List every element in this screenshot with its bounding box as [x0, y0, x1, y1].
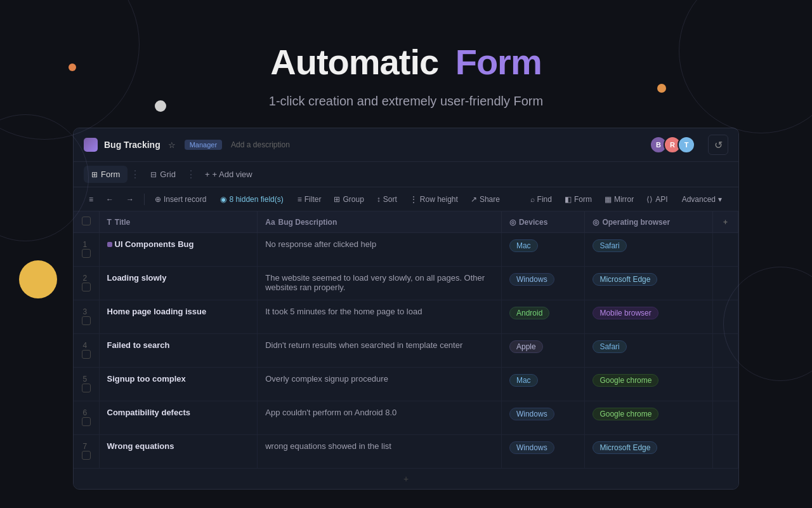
- row-browser: Safari: [585, 233, 713, 267]
- row-checkbox-cell[interactable]: 7: [74, 435, 99, 469]
- table-header-row: TTitle AaBug Description ◎Devices ◎Opera…: [74, 211, 738, 233]
- group-icon: ⊞: [334, 195, 340, 204]
- browser-tag: Safari: [593, 340, 626, 353]
- header-checkbox[interactable]: [82, 217, 91, 225]
- row-checkbox[interactable]: [82, 350, 91, 359]
- device-tag: Mac: [509, 239, 538, 252]
- hero-title-word2: Form: [455, 42, 542, 82]
- row-browser: Mobile browser: [585, 300, 713, 334]
- hero-title: Automatic Form: [0, 41, 812, 83]
- api-button[interactable]: ⟨⟩ API: [641, 192, 672, 206]
- data-table-wrapper: TTitle AaBug Description ◎Devices ◎Opera…: [74, 211, 738, 489]
- add-description-label[interactable]: Add a description: [231, 140, 290, 149]
- form-tool-button[interactable]: ◧ Form: [560, 192, 597, 206]
- redo-button[interactable]: →: [121, 192, 139, 206]
- eye-icon: ◉: [220, 195, 226, 204]
- hidden-fields-button[interactable]: ◉ 8 hidden field(s): [214, 192, 289, 206]
- add-column-button[interactable]: +: [713, 211, 738, 233]
- row-browser: Safari: [585, 334, 713, 368]
- form-tab-icon: ⊞: [91, 170, 98, 179]
- hero-title-word1: Automatic: [270, 42, 438, 82]
- row-checkbox-cell[interactable]: 1: [74, 233, 99, 267]
- row-checkbox[interactable]: [82, 249, 91, 258]
- nav-button[interactable]: ≡: [84, 192, 98, 206]
- toolbar-sep-1: [144, 194, 145, 205]
- add-view-button[interactable]: + + Add view: [199, 166, 259, 183]
- row-checkbox[interactable]: [82, 384, 91, 392]
- row-browser: Microsoft Edge: [585, 435, 713, 469]
- filter-icon: ≡: [298, 195, 302, 204]
- filter-button[interactable]: ≡ Filter: [292, 192, 327, 206]
- col-description: AaBug Description: [258, 211, 502, 233]
- device-tag: Windows: [509, 408, 554, 420]
- row-checkbox-cell[interactable]: 4: [74, 334, 99, 368]
- row-checkbox[interactable]: [82, 283, 91, 291]
- add-row-button[interactable]: +: [74, 469, 738, 489]
- row-height-icon: ⋮: [410, 195, 417, 204]
- device-tag: Mac: [509, 374, 538, 387]
- row-device: Mac: [501, 368, 584, 401]
- row-checkbox[interactable]: [82, 451, 91, 460]
- project-icon: [84, 138, 98, 152]
- row-description: Didn't return results when searched in t…: [258, 334, 502, 368]
- toolbar: ≡ ← → ⊕ Insert record ◉ 8 hidden field(s…: [74, 187, 738, 211]
- row-device: Mac: [501, 233, 584, 267]
- mirror-icon: ▦: [605, 195, 612, 204]
- device-tag: Windows: [509, 273, 554, 286]
- tab-separator-2: ⋮: [185, 168, 197, 180]
- add-view-icon: +: [205, 170, 210, 179]
- row-height-button[interactable]: ⋮ Row height: [405, 192, 463, 206]
- row-checkbox-cell[interactable]: 6: [74, 401, 99, 435]
- manager-badge: Manager: [185, 140, 222, 150]
- share-button[interactable]: ↗ Share: [466, 192, 505, 206]
- col-devices: ◎Devices: [501, 211, 584, 233]
- undo-button[interactable]: ←: [101, 192, 119, 206]
- col-checkbox[interactable]: [74, 211, 99, 233]
- browser-tag: Safari: [593, 239, 626, 252]
- browser-tag: Google chrome: [593, 408, 658, 420]
- row-title: Home page loading issue: [99, 300, 258, 334]
- table-row: 5 Signup too complex Overly complex sign…: [74, 368, 738, 401]
- row-checkbox-cell[interactable]: 2: [74, 267, 99, 300]
- row-extra: [713, 300, 738, 334]
- row-title: Wrong equations: [99, 435, 258, 469]
- group-button[interactable]: ⊞ Group: [329, 192, 369, 206]
- advanced-button[interactable]: Advanced ▾: [676, 192, 728, 206]
- row-device: Apple: [501, 334, 584, 368]
- browser-tag: Microsoft Edge: [593, 273, 657, 286]
- tab-form[interactable]: ⊞ Form: [84, 166, 128, 183]
- row-title: Loading slowly: [99, 267, 258, 300]
- refresh-button[interactable]: ↺: [708, 135, 728, 155]
- tab-grid[interactable]: ⊟ Grid: [143, 166, 183, 183]
- row-checkbox[interactable]: [82, 417, 91, 426]
- table-row: 4 Failed to search Didn't return results…: [74, 334, 738, 368]
- device-tag: Android: [509, 307, 549, 319]
- row-browser: Microsoft Edge: [585, 267, 713, 300]
- col-title: TTitle: [99, 211, 258, 233]
- browser-tag: Mobile browser: [593, 307, 658, 319]
- row-checkbox[interactable]: [82, 316, 91, 325]
- row-title: Signup too complex: [99, 368, 258, 401]
- row-description: Overly complex signup procedure: [258, 368, 502, 401]
- hero-section: Automatic Form 1-click creation and extr…: [0, 0, 812, 128]
- row-description: wrong equations showed in the list: [258, 435, 502, 469]
- row-extra: [713, 233, 738, 267]
- sort-button[interactable]: ↕ Sort: [372, 192, 402, 206]
- browser-tag: Google chrome: [593, 374, 658, 387]
- add-view-label: + Add view: [213, 170, 252, 179]
- grid-tab-icon: ⊟: [150, 170, 157, 179]
- find-button[interactable]: ⌕ Find: [525, 192, 557, 206]
- insert-record-button[interactable]: ⊕ Insert record: [150, 192, 211, 206]
- row-checkbox-cell[interactable]: 3: [74, 300, 99, 334]
- row-device: Android: [501, 300, 584, 334]
- row-extra: [713, 334, 738, 368]
- row-description: No response after clicked help: [258, 233, 502, 267]
- view-tabs-bar: ⊞ Form ⋮ ⊟ Grid ⋮ + + Add view: [74, 162, 738, 187]
- row-description: App couldn't perform on Android 8.0: [258, 401, 502, 435]
- grid-tab-label: Grid: [160, 170, 176, 179]
- star-icon[interactable]: ☆: [168, 140, 176, 150]
- row-checkbox-cell[interactable]: 5: [74, 368, 99, 401]
- mirror-button[interactable]: ▦ Mirror: [599, 192, 639, 206]
- chevron-down-icon: ▾: [718, 195, 722, 204]
- row-device: Windows: [501, 401, 584, 435]
